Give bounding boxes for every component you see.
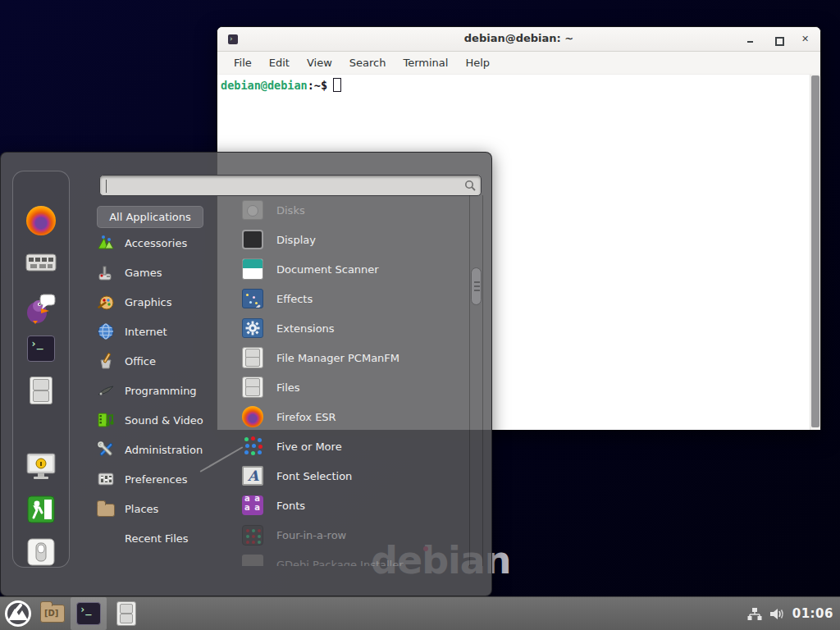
app-document-scanner[interactable]: Document Scanner xyxy=(231,254,468,284)
menu-file[interactable]: File xyxy=(227,54,258,71)
firefox-icon xyxy=(242,406,263,427)
category-sound-video[interactable]: Sound & Video xyxy=(97,407,232,433)
app-files[interactable]: Files xyxy=(231,372,468,402)
menu-search[interactable]: Search xyxy=(343,54,393,71)
terminal-title: debian@debian: ~ xyxy=(217,32,820,44)
category-internet[interactable]: Internet xyxy=(97,318,232,345)
terminal-menubar: File Edit View Search Terminal Help xyxy=(217,52,820,75)
lock-screen-icon[interactable] xyxy=(25,452,57,482)
graphics-icon xyxy=(97,293,115,311)
firefox-icon[interactable] xyxy=(26,206,56,235)
terminal-scrollbar[interactable] xyxy=(810,75,820,430)
office-icon xyxy=(97,352,115,370)
terminal-titlebar[interactable]: debian@debian: ~ xyxy=(217,27,820,52)
extensions-icon xyxy=(242,318,263,338)
terminal-icon[interactable] xyxy=(27,336,55,362)
app-disks[interactable]: Disks xyxy=(231,195,468,225)
terminal-icon xyxy=(76,602,101,625)
app-effects[interactable]: Effects xyxy=(231,284,468,313)
search-icon xyxy=(464,180,476,191)
terminal-scrollbar-thumb[interactable] xyxy=(811,75,819,427)
places-icon xyxy=(97,504,115,517)
app-fonts[interactable]: Fonts xyxy=(231,491,468,520)
app-extensions[interactable]: Extensions xyxy=(231,313,468,343)
app-five-or-more[interactable]: Five or More xyxy=(231,431,468,461)
clock[interactable]: 01:06 xyxy=(792,606,833,621)
file-cabinet-icon xyxy=(242,347,263,368)
category-preferences[interactable]: Preferences xyxy=(97,466,232,492)
effects-icon xyxy=(242,289,263,308)
category-places[interactable]: Places xyxy=(97,495,232,522)
menu-terminal[interactable]: Terminal xyxy=(396,54,454,71)
prompt-user-host: debian@debian xyxy=(221,79,308,92)
gdebi-icon xyxy=(242,555,263,566)
volume-icon[interactable] xyxy=(769,607,785,621)
shell-prompt: debian@debian:~$ xyxy=(221,78,341,92)
file-cabinet-icon xyxy=(242,377,263,398)
app-file-manager-pcmanfm[interactable]: File Manager PCManFM xyxy=(231,343,468,372)
five-or-more-icon xyxy=(242,436,263,457)
administration-icon xyxy=(97,441,115,459)
apps-scrollbar[interactable] xyxy=(469,195,483,566)
font-selection-icon xyxy=(242,466,263,486)
category-accessories[interactable]: Accessories xyxy=(97,230,232,256)
terminal-taskbar-button[interactable] xyxy=(71,597,107,630)
four-in-a-row-icon xyxy=(242,525,263,546)
network-icon[interactable] xyxy=(747,607,762,621)
apps-scrollbar-thumb[interactable] xyxy=(471,267,482,305)
applications-list: Disks Display Document Scanner Effects xyxy=(231,195,468,566)
log-out-icon[interactable] xyxy=(26,495,56,524)
app-font-selection[interactable]: Font Selection xyxy=(231,461,468,491)
fonts-icon xyxy=(242,495,263,515)
start-menu: All Applications Accessories Games xyxy=(0,152,492,596)
search-caret xyxy=(106,180,107,193)
keyboard-icon[interactable] xyxy=(25,252,57,273)
internet-icon xyxy=(97,322,115,340)
category-recent-files[interactable]: Recent Files xyxy=(97,525,232,551)
display-icon xyxy=(242,230,263,249)
app-firefox-esr[interactable]: Firefox ESR xyxy=(231,402,468,431)
sound-video-icon xyxy=(97,411,115,429)
category-programming[interactable]: Programming xyxy=(97,377,232,404)
accessories-icon xyxy=(97,234,115,252)
document-scanner-icon xyxy=(242,258,263,280)
prompt-path: :~$ xyxy=(308,79,327,92)
app-four-in-a-row[interactable]: Four-in-a-row xyxy=(231,520,468,550)
category-games[interactable]: Games xyxy=(97,259,232,285)
pidgin-icon[interactable] xyxy=(25,293,57,324)
files-icon xyxy=(116,601,136,626)
preferences-icon xyxy=(97,470,115,488)
disks-icon xyxy=(242,200,263,220)
menu-edit[interactable]: Edit xyxy=(262,54,296,71)
programming-icon xyxy=(97,381,115,399)
search-box xyxy=(99,175,482,196)
minimize-icon[interactable] xyxy=(746,35,755,44)
app-gdebi-package-installer[interactable]: GDebi Package Installer xyxy=(231,550,468,566)
menu-button[interactable] xyxy=(0,597,36,630)
terminal-cursor xyxy=(333,78,341,92)
search-input[interactable] xyxy=(100,176,464,195)
file-cabinet-icon[interactable] xyxy=(30,377,52,404)
files-launcher[interactable] xyxy=(108,597,144,630)
filter-all-applications[interactable]: All Applications xyxy=(97,206,203,228)
file-manager-icon xyxy=(40,605,65,623)
category-administration[interactable]: Administration xyxy=(97,436,232,463)
app-display[interactable]: Display xyxy=(231,225,468,254)
category-office[interactable]: Office xyxy=(97,348,232,374)
shut-down-icon[interactable] xyxy=(26,537,56,567)
category-graphics[interactable]: Graphics xyxy=(97,289,232,315)
close-icon[interactable] xyxy=(801,35,810,44)
taskbar: 01:06 xyxy=(0,596,840,630)
maximize-icon[interactable] xyxy=(774,35,783,44)
file-manager-launcher[interactable] xyxy=(36,597,69,630)
games-icon xyxy=(97,263,115,281)
menu-view[interactable]: View xyxy=(300,54,339,71)
menu-help[interactable]: Help xyxy=(459,54,496,71)
menu-icon xyxy=(4,600,32,628)
favorites-panel xyxy=(12,171,70,568)
